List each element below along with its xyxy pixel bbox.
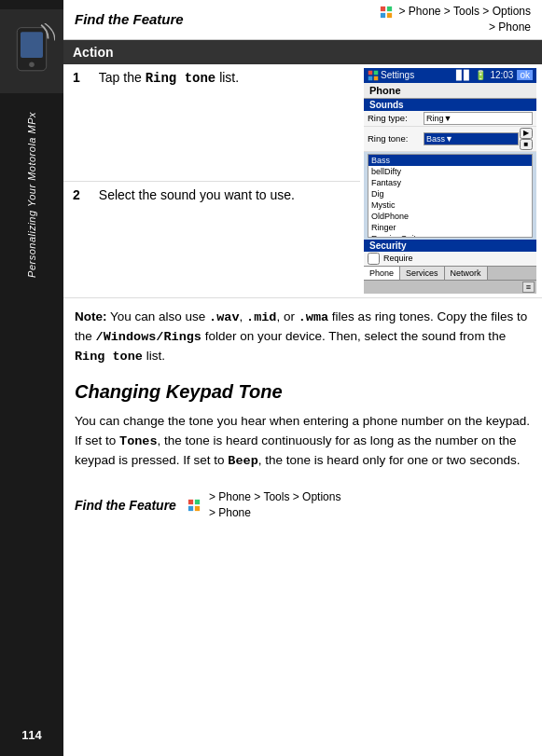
toolbar-menu-btn[interactable]: ≡ [522,282,535,293]
header-nav-line2: > Phone [489,21,531,34]
beep-label: Beep [228,454,257,468]
svg-rect-10 [374,76,379,80]
phone-screenshot: Settings ▊▊ 🔋 12:03 ok Phone Sounds [364,68,536,294]
svg-rect-5 [381,13,385,18]
require-checkbox-row: Require [364,252,536,266]
action-num-2: 2 [63,182,90,297]
listbox-item-roaringguitar[interactable]: RoaringGuitar [368,233,532,238]
sidebar: Personalizing Your Motorola MPx 114 [0,0,63,756]
body-text: You can change the tone you hear when en… [63,406,542,476]
bottom-feature-bar: Find the Feature > Phone > Tools > Optio… [63,484,542,527]
bottom-feature-nav: > Phone > Tools > Options > Phone [209,489,341,521]
header-nav: > Phone > Tools > Options > Phone [380,4,531,35]
bottom-nav-line1: > Phone > Tools > Options [209,490,341,503]
sidebar-label: Personalizing Your Motorola MPx [26,112,37,278]
note-section: Note: You can also use .wav, .mid, or .w… [63,298,542,377]
tab-network[interactable]: Network [445,267,488,280]
listbox-item-bass[interactable]: Bass [368,155,532,166]
listbox-item-dig[interactable]: Dig [368,188,532,199]
require-label: Require [383,254,413,263]
phone-battery-icon: 🔋 [475,70,486,80]
listbox-item-oldphone[interactable]: OldPhone [368,211,532,222]
tones-label: Tones [119,434,158,448]
action-row-1: 1 Tap the Ring tone list. [63,64,542,182]
tab-phone[interactable]: Phone [364,267,400,280]
svg-rect-6 [387,13,392,18]
phone-signal-icon: ▊▊ [456,70,471,80]
listbox-item-belldifty[interactable]: bellDifty [368,166,532,177]
ring-tone-row-label: Ring tone: [368,133,424,144]
action-header-row: Action [63,40,542,64]
phone-titlebar: Settings ▊▊ 🔋 12:03 ok [364,68,536,83]
action-header-label: Action [63,40,542,64]
settings-icon [368,70,379,81]
stop-btn[interactable]: ■ [520,139,533,150]
wma-format: .wma [299,310,328,324]
motorola-icon [8,23,55,79]
phone-time: 12:03 [490,70,513,80]
ring-type-value[interactable]: Ring ▼ [424,112,533,125]
ring-tone-row: Ring tone: Bass ▼ ▶ ■ [364,127,536,152]
top-header: Find the Feature > Phone > Tools > Optio… [63,0,542,40]
page-number: 114 [0,728,63,742]
ring-tone-label: Ring tone [146,71,216,86]
svg-rect-13 [188,506,193,511]
phone-toolbar: ≡ [364,280,536,294]
action-text-1: Tap the Ring tone list. [90,64,360,182]
ring-tone-value[interactable]: Bass ▼ [424,132,519,145]
svg-rect-3 [381,7,385,11]
play-btn[interactable]: ▶ [520,128,533,139]
main-content: Find the Feature > Phone > Tools > Optio… [63,0,542,756]
bottom-windows-logo-icon [188,499,201,512]
note-body: You can also use .wav, .mid, or .wma fil… [75,309,527,364]
action-text-2: Select the sound you want to use. [90,182,360,297]
sidebar-icon [0,9,63,93]
svg-rect-11 [188,500,193,504]
svg-rect-7 [368,70,373,75]
sounds-section-header: Sounds [364,99,536,111]
ring-tone-list-ref: Ring tone [75,350,143,364]
section-heading: Changing Keypad Tone [63,376,542,406]
ring-type-label: Ring type: [368,113,424,123]
header-nav-line1: > Phone > Tools > Options [398,5,531,18]
require-checkbox[interactable] [368,253,380,265]
phone-tabs: Phone Services Network [364,266,536,280]
svg-rect-12 [195,500,200,504]
svg-rect-4 [387,7,392,11]
phone-app-name: Settings [381,70,414,80]
phone-ok-btn[interactable]: ok [517,70,533,80]
svg-rect-1 [21,32,43,58]
svg-rect-8 [374,70,379,75]
listbox-item-mystic[interactable]: Mystic [368,199,532,211]
tab-services[interactable]: Services [400,267,445,280]
bottom-feature-title: Find the Feature [75,498,176,513]
phone-window-title: Phone [364,83,536,99]
folder-path: /Windows/Rings [96,330,202,344]
security-section-header: Security [364,240,536,252]
body-text-3: , the tone is heard only for one or two … [258,453,521,467]
find-feature-title: Find the Feature [75,11,184,27]
svg-rect-14 [195,506,200,511]
ring-tone-listbox[interactable]: Bass bellDifty Fantasy Dig Mystic OldPho… [368,154,533,238]
svg-point-2 [29,62,35,68]
listbox-item-ringer[interactable]: Ringer [368,222,532,233]
note-label: Note: [75,309,107,323]
svg-rect-9 [368,76,373,80]
bottom-nav-line2: > Phone [209,506,251,519]
windows-logo-icon [380,6,393,19]
mid-format: .mid [246,310,276,324]
listbox-item-fantasy[interactable]: Fantasy [368,177,532,188]
ring-type-row: Ring type: Ring ▼ [364,111,536,127]
wav-format: .wav [209,310,239,324]
action-table: Action 1 Tap the Ring tone list. [63,40,542,298]
action-num-1: 1 [63,64,90,182]
